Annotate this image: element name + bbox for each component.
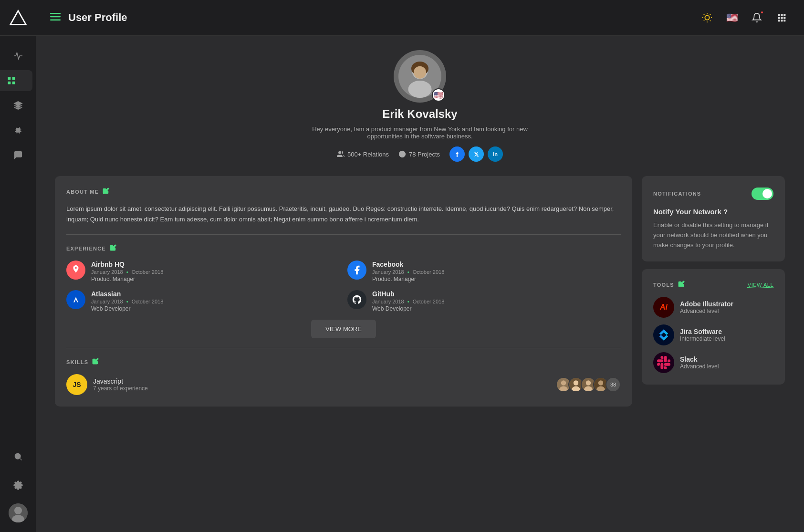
tool-level-illustrator: Advanced level <box>680 308 733 314</box>
skills-section-header: SKILLS <box>66 358 621 366</box>
svg-line-17 <box>710 21 710 21</box>
sidebar-item-grid[interactable] <box>0 70 32 91</box>
svg-rect-29 <box>781 20 783 21</box>
endorser-count: 38 <box>606 377 621 392</box>
svg-rect-27 <box>783 17 785 19</box>
left-column: ABOUT ME Lorem ipsum dolor sit amet, con… <box>55 176 632 518</box>
exp-details-github: GitHub January 2018 • October 2018 Web D… <box>372 290 621 312</box>
relations-count: 500+ Relations <box>347 151 389 158</box>
tool-item-jira: Jira Software Intermediate level <box>653 324 773 345</box>
about-title: ABOUT ME <box>66 189 99 195</box>
tool-icon-illustrator: Ai <box>653 297 674 318</box>
about-text: Lorem ipsum dolor sit amet, consectetur … <box>66 204 621 225</box>
skill-item-javascript: JS Javascript 7 years of experience <box>66 374 621 395</box>
sidebar-item-search[interactable] <box>8 446 29 467</box>
tools-title: TOOLS <box>653 282 674 288</box>
tool-name-illustrator: Adobe Illustrator <box>680 300 733 308</box>
tools-header: TOOLS VIEW ALL <box>653 281 773 289</box>
page-title: User Profile <box>68 11 699 24</box>
svg-rect-0 <box>8 77 10 80</box>
svg-point-39 <box>561 380 566 386</box>
tools-edit-icon[interactable] <box>678 281 685 289</box>
svg-rect-22 <box>778 14 780 16</box>
notify-description: Enable or disable this setting to manage… <box>653 220 773 250</box>
svg-rect-12 <box>50 20 61 21</box>
profile-hero: 🇺🇸 Erik Kovalsky Hey everyone, Iam a pro… <box>55 50 785 167</box>
svg-rect-2 <box>8 82 10 84</box>
projects-stat: 78 Projects <box>398 150 440 158</box>
svg-rect-25 <box>778 17 780 19</box>
exp-item-atlassian: Atlassian January 2018 • October 2018 We… <box>66 290 340 312</box>
svg-point-33 <box>408 81 431 98</box>
svg-rect-4 <box>16 128 20 132</box>
notifications-toggle[interactable] <box>752 188 773 200</box>
notify-question: Notify Your Network ? <box>653 208 773 216</box>
notifications-card: NOTIFICATIONS Notify Your Network ? Enab… <box>642 176 785 261</box>
svg-point-48 <box>598 380 604 386</box>
exp-dates-github: January 2018 • October 2018 <box>372 299 621 304</box>
header-actions: 🇺🇸 <box>699 10 790 26</box>
svg-rect-23 <box>781 14 783 16</box>
skill-endorsers: 38 <box>556 377 621 392</box>
theme-icon[interactable] <box>699 10 715 26</box>
exp-details-atlassian: Atlassian January 2018 • October 2018 We… <box>91 290 340 312</box>
divider-1 <box>66 234 621 235</box>
experience-title: EXPERIENCE <box>66 246 106 251</box>
exp-logo-github <box>347 290 366 309</box>
social-linkedin[interactable]: in <box>488 146 503 162</box>
tool-info-jira: Jira Software Intermediate level <box>680 328 725 342</box>
exp-item-github: GitHub January 2018 • October 2018 Web D… <box>347 290 621 312</box>
tools-card: TOOLS VIEW ALL Ai Adobe Ill <box>642 269 785 385</box>
about-edit-icon[interactable] <box>103 188 109 196</box>
apps-icon[interactable] <box>773 10 790 26</box>
tool-icon-jira <box>653 324 674 345</box>
svg-rect-26 <box>781 17 783 19</box>
sidebar-item-settings[interactable] <box>8 475 29 496</box>
right-column: NOTIFICATIONS Notify Your Network ? Enab… <box>642 176 785 518</box>
skill-experience-js: 7 years of experience <box>93 385 550 392</box>
exp-logo-atlassian <box>66 290 85 309</box>
exp-dates-atlassian: January 2018 • October 2018 <box>91 299 340 304</box>
exp-logo-airbnb <box>66 261 85 280</box>
notification-dot <box>760 10 764 14</box>
tools-view-all[interactable]: VIEW ALL <box>748 282 773 288</box>
sidebar-item-cube[interactable] <box>8 95 29 116</box>
social-twitter[interactable]: 𝕏 <box>469 146 484 162</box>
view-more-button[interactable]: VIEW MORE <box>311 320 376 338</box>
sidebar-item-chip[interactable] <box>8 120 29 141</box>
tool-info-illustrator: Adobe Illustrator Advanced level <box>680 300 733 314</box>
user-avatar-small[interactable] <box>9 503 28 522</box>
svg-point-45 <box>586 380 591 386</box>
sidebar-logo[interactable] <box>0 0 36 36</box>
social-icons: f 𝕏 in <box>449 146 503 162</box>
menu-icon[interactable] <box>50 13 61 22</box>
exp-role-facebook: Product Manager <box>372 276 621 282</box>
flag-icon[interactable]: 🇺🇸 <box>724 10 740 26</box>
header: User Profile 🇺🇸 <box>36 0 804 36</box>
experience-section-header: EXPERIENCE <box>66 244 621 253</box>
tool-item-illustrator: Ai Adobe Illustrator Advanced level <box>653 297 773 318</box>
skills-edit-icon[interactable] <box>92 358 99 366</box>
sidebar <box>0 0 36 532</box>
notification-bell[interactable] <box>749 10 765 26</box>
sidebar-item-chat[interactable] <box>8 145 29 166</box>
about-section-header: ABOUT ME <box>66 188 621 196</box>
exp-role-airbnb: Product Manager <box>91 276 340 282</box>
skill-info-js: Javascript 7 years of experience <box>93 377 550 392</box>
toggle-knob <box>762 189 772 198</box>
cards-row: ABOUT ME Lorem ipsum dolor sit amet, con… <box>55 176 785 518</box>
divider-2 <box>66 348 621 348</box>
skill-badge-js: JS <box>66 374 87 395</box>
social-facebook[interactable]: f <box>449 146 465 162</box>
notifications-title: NOTIFICATIONS <box>653 191 701 197</box>
svg-rect-3 <box>12 82 15 84</box>
svg-rect-28 <box>778 20 780 21</box>
about-card: ABOUT ME Lorem ipsum dolor sit amet, con… <box>55 176 632 407</box>
exp-item-airbnb: Airbnb HQ January 2018 • October 2018 Pr… <box>66 261 340 282</box>
exp-company-github: GitHub <box>372 290 621 298</box>
experience-edit-icon[interactable] <box>110 244 116 253</box>
tool-level-jira: Intermediate level <box>680 335 725 342</box>
svg-point-8 <box>14 507 22 514</box>
profile-flag: 🇺🇸 <box>432 88 445 102</box>
sidebar-item-pulse[interactable] <box>8 45 29 66</box>
